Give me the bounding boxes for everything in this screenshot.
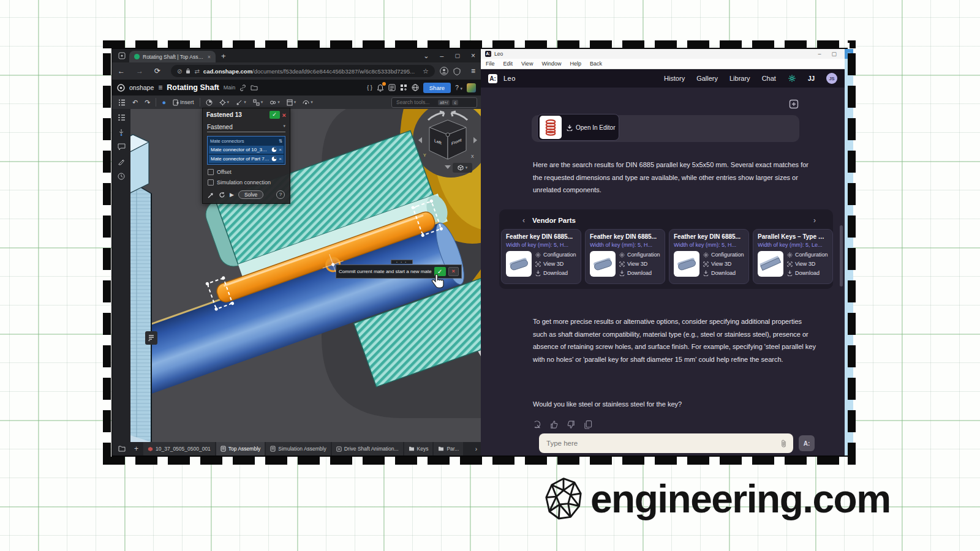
- nav-chat[interactable]: Chat: [762, 75, 776, 82]
- view-cube[interactable]: Y X Left Front: [417, 109, 478, 170]
- search-tools-input[interactable]: [395, 99, 435, 106]
- address-bar[interactable]: ⊘ ⇄ cad.onshape.com/documents/f53deafd9c…: [171, 65, 435, 77]
- assembly-tree-toggle[interactable]: [145, 331, 157, 345]
- extension-icon[interactable]: [453, 67, 461, 75]
- mate-cancel-button[interactable]: ×: [282, 111, 286, 119]
- mate-connector-row[interactable]: Mate connector of Part 7 <... ×: [209, 155, 284, 163]
- chat-input-bar[interactable]: [539, 433, 793, 453]
- content-blocked-icon[interactable]: ⊘: [177, 68, 182, 75]
- vendor-card-4[interactable]: Parallel Keys – Type B,... Width of key …: [753, 229, 833, 284]
- doc-tab-animation[interactable]: Drive Shaft Animation...: [332, 442, 403, 455]
- menu-file[interactable]: File: [486, 61, 495, 67]
- vendor-card-subtitle[interactable]: Width of key (mm): 5, Le...: [758, 242, 828, 248]
- housing-wall[interactable]: [130, 185, 151, 442]
- window-close-button[interactable]: ×: [466, 51, 481, 60]
- user-initials[interactable]: JJ: [808, 75, 815, 82]
- versions-icon[interactable]: [388, 84, 396, 91]
- bookmark-star-icon[interactable]: ☆: [423, 67, 429, 75]
- profile-icon[interactable]: [440, 67, 448, 75]
- nav-library[interactable]: Library: [729, 75, 750, 82]
- tab-manager-icon[interactable]: [115, 442, 129, 455]
- add-tab-button[interactable]: +: [130, 442, 142, 455]
- nav-history[interactable]: History: [664, 75, 685, 82]
- folder-icon[interactable]: [251, 84, 258, 91]
- features-list-icon[interactable]: [116, 99, 128, 106]
- view-mode-selector[interactable]: ▾: [453, 163, 472, 173]
- simulation-checkbox[interactable]: [208, 179, 214, 186]
- fastened-mate-dropdown[interactable]: ▾: [217, 99, 232, 106]
- mate-accept-button[interactable]: ✓: [270, 111, 280, 119]
- drawing-tool-dropdown[interactable]: ▾: [284, 99, 299, 106]
- copy-icon[interactable]: [584, 420, 592, 429]
- animate-play-icon[interactable]: ▶: [230, 192, 234, 198]
- tab-search-icon[interactable]: [112, 52, 129, 59]
- new-chat-icon[interactable]: [789, 99, 799, 109]
- insert-button[interactable]: Insert: [170, 99, 197, 106]
- select-other-icon[interactable]: [208, 192, 214, 198]
- view-3d-action[interactable]: View 3D: [703, 261, 744, 267]
- leo-minimize-button[interactable]: –: [814, 51, 824, 57]
- new-tab-button[interactable]: +: [216, 51, 232, 61]
- thumbs-up-icon[interactable]: [549, 420, 559, 429]
- browser-menu-icon[interactable]: ≡: [466, 67, 481, 75]
- search-tools-field[interactable]: alt+/ c: [391, 97, 477, 108]
- remove-connector-icon[interactable]: ×: [279, 156, 282, 162]
- user-avatar-circle[interactable]: JS: [826, 73, 837, 84]
- menu-view[interactable]: View: [521, 61, 533, 67]
- download-action[interactable]: Download: [703, 270, 744, 276]
- doc-tab-keys[interactable]: Keys: [404, 442, 433, 455]
- view-3d-action[interactable]: View 3D: [787, 261, 828, 267]
- vendor-card-subtitle[interactable]: Width of key (mm): 5, H...: [674, 242, 744, 248]
- doc-tab-parts[interactable]: Par...: [434, 442, 463, 455]
- dialog-help-icon[interactable]: ?: [276, 190, 285, 199]
- chat-scrollbar-thumb[interactable]: [840, 225, 843, 287]
- configuration-action[interactable]: Configuration: [787, 252, 828, 258]
- connector-clock-icon[interactable]: [271, 156, 277, 162]
- configuration-action[interactable]: Configuration: [619, 252, 660, 258]
- vendor-card-3[interactable]: Feather key DIN 6885... Width of key (mm…: [669, 229, 749, 284]
- doc-tab-simulation[interactable]: Simulation Assembly: [266, 442, 330, 455]
- open-in-editor-label[interactable]: Open In Editor: [576, 124, 615, 131]
- link-icon[interactable]: [239, 84, 246, 91]
- comments-icon[interactable]: [118, 143, 126, 151]
- vendor-card-1[interactable]: Feather key DIN 6885... Width of key (mm…: [501, 229, 581, 284]
- reset-icon[interactable]: [219, 192, 225, 198]
- menu-window[interactable]: Window: [541, 61, 561, 67]
- view-3d-action[interactable]: View 3D: [535, 261, 576, 267]
- help-menu[interactable]: ? ▾: [455, 84, 462, 91]
- instance-list-icon[interactable]: [118, 114, 126, 121]
- vendor-card-subtitle[interactable]: Width of key (mm): 5, H...: [590, 242, 660, 248]
- orient-tool-icon[interactable]: [203, 99, 215, 106]
- thumbs-down-icon[interactable]: [567, 420, 576, 429]
- download-action[interactable]: Download: [787, 270, 828, 276]
- tab-close-icon[interactable]: ×: [208, 54, 211, 60]
- tab-scroll-right-icon[interactable]: ›: [472, 442, 481, 455]
- sort-connectors-icon[interactable]: ⇅: [279, 138, 282, 144]
- window-maximize-button[interactable]: ▢: [449, 53, 466, 59]
- download-action[interactable]: Download: [535, 270, 576, 276]
- featurescript-icon[interactable]: { }: [367, 84, 372, 91]
- download-action[interactable]: Download: [619, 270, 660, 276]
- snap-tool-dropdown[interactable]: ▾: [233, 99, 249, 106]
- redo-button[interactable]: ↷: [142, 99, 153, 107]
- offset-checkbox-row[interactable]: Offset: [208, 169, 285, 175]
- document-menu-icon[interactable]: ≡: [158, 83, 162, 92]
- tooltip-cancel-button[interactable]: ×: [448, 267, 459, 276]
- tab-sync-icon[interactable]: ⇄: [194, 68, 199, 75]
- carousel-right-icon[interactable]: ›: [813, 216, 816, 225]
- chat-input[interactable]: [545, 439, 775, 448]
- edit-history-icon[interactable]: [118, 158, 125, 165]
- vendor-card-subtitle[interactable]: Width of key (mm): 5, H...: [506, 242, 576, 248]
- forward-button[interactable]: →: [130, 67, 149, 75]
- carousel-left-icon[interactable]: ‹: [522, 216, 525, 225]
- measure-tool-dropdown[interactable]: ▾: [300, 99, 315, 106]
- open-in-editor-card[interactable]: Open In Editor: [537, 114, 619, 141]
- nav-gallery[interactable]: Gallery: [696, 75, 718, 82]
- undo-button[interactable]: ↶: [130, 99, 140, 107]
- back-button[interactable]: ←: [112, 67, 130, 75]
- apps-grid-icon[interactable]: [400, 84, 407, 91]
- regenerate-icon[interactable]: [532, 420, 541, 429]
- create-version-icon[interactable]: [118, 129, 125, 136]
- doc-tab-top-assembly[interactable]: Top Assembly: [216, 442, 265, 455]
- configuration-action[interactable]: Configuration: [535, 252, 576, 258]
